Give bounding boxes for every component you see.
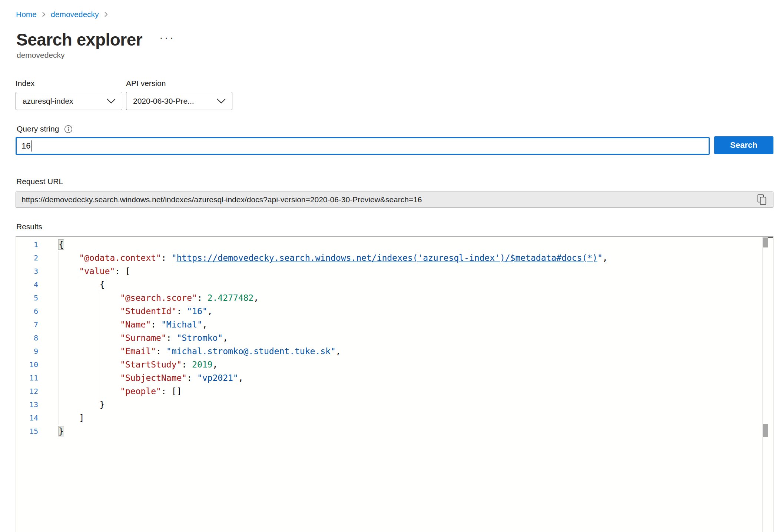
api-version-select-value: 2020-06-30-Pre... [133,97,216,106]
line-number: 2 [16,251,38,265]
line-number: 4 [16,278,38,291]
line-number: 13 [16,398,38,411]
code-line: 12 "people": [] [16,385,762,398]
resource-subtitle: demovedecky [17,51,65,60]
info-icon[interactable] [64,125,73,133]
line-number: 6 [16,305,38,318]
code-line: 5 "@search.score": 2.4277482, [16,291,762,305]
chevron-down-icon [216,98,226,104]
code-line-content: "@search.score": 2.4277482, [59,291,259,305]
code-line: 2 "@odata.context": "https://demovedecky… [16,251,762,265]
line-number: 8 [16,331,38,345]
query-string-value: 16 [21,141,30,151]
line-number: 12 [16,385,38,398]
code-line: 8 "Surname": "Stromko", [16,331,762,345]
query-string-input[interactable]: 16 [16,137,710,155]
results-editor[interactable]: 1{2 "@odata.context": "https://demovedec… [16,236,773,532]
line-number: 10 [16,358,38,371]
query-string-label-row: Query string [17,124,73,133]
code-line-content: { [59,238,64,251]
copy-icon [757,194,767,205]
code-line-content: "StartStudy": 2019, [59,358,218,371]
code-line: 9 "Email": "michal.stromko@.student.tuke… [16,345,762,358]
index-select-value: azuresql-index [23,97,106,106]
search-button[interactable]: Search [714,136,773,154]
api-version-label: API version [126,79,166,88]
more-options-button[interactable]: ··· [159,32,175,43]
code-line: 15} [16,425,762,438]
breadcrumb-link-home[interactable]: Home [16,10,37,19]
line-number: 11 [16,371,38,385]
code-line-content: "people": [] [59,385,182,398]
line-number: 1 [16,238,38,251]
line-number: 5 [16,291,38,305]
copy-button[interactable] [755,192,769,207]
code-line-content: "SubjectName": "vp2021", [59,371,243,385]
chevron-right-icon [42,11,46,18]
code-line-content: "Email": "michal.stromko@.student.tuke.s… [59,345,341,358]
scrollbar-thumb[interactable] [763,237,768,247]
line-number: 7 [16,318,38,331]
code-line: 13 } [16,398,762,411]
code-line: 10 "StartStudy": 2019, [16,358,762,371]
editor-scrollbar[interactable] [762,237,773,532]
code-line: 4 { [16,278,762,291]
breadcrumb-link-demovedecky[interactable]: demovedecky [51,10,99,19]
code-lines: 1{2 "@odata.context": "https://demovedec… [16,238,762,438]
breadcrumb: Home demovedecky [16,10,108,19]
line-number: 9 [16,345,38,358]
code-line-content: } [59,398,105,411]
chevron-right-icon [104,11,108,18]
line-number: 15 [16,425,38,438]
request-url-value: https://demovedecky.search.windows.net/i… [21,195,755,204]
index-select[interactable]: azuresql-index [16,92,122,110]
code-line-content: "StudentId": "16", [59,305,212,318]
search-explorer-page: Home demovedecky Search explorer ··· dem… [0,0,779,532]
code-line-content: ] [59,411,84,425]
code-line: 3 "value": [ [16,265,762,278]
scrollbar-marker[interactable] [763,424,768,437]
scrollbar-cap [768,237,773,238]
code-line-content: "@odata.context": "https://demovedecky.s… [59,251,608,265]
code-line-content: "value": [ [59,265,130,278]
code-line: 6 "StudentId": "16", [16,305,762,318]
api-version-select[interactable]: 2020-06-30-Pre... [126,92,232,110]
code-line: 7 "Name": "Michal", [16,318,762,331]
code-line: 1{ [16,238,762,251]
code-line-content: } [59,425,64,438]
query-string-label: Query string [17,124,59,133]
line-number: 14 [16,411,38,425]
code-line: 14 ] [16,411,762,425]
line-number: 3 [16,265,38,278]
code-line-content: "Name": "Michal", [59,318,208,331]
request-url-label: Request URL [16,177,63,186]
text-cursor [31,140,32,152]
results-label: Results [16,222,42,231]
code-line-content: "Surname": "Stromko", [59,331,228,345]
code-line-content: { [59,278,105,291]
page-title: Search explorer [16,30,142,50]
chevron-down-icon [106,98,116,104]
request-url-field[interactable]: https://demovedecky.search.windows.net/i… [16,192,773,208]
code-line: 11 "SubjectName": "vp2021", [16,371,762,385]
index-label: Index [16,79,34,88]
